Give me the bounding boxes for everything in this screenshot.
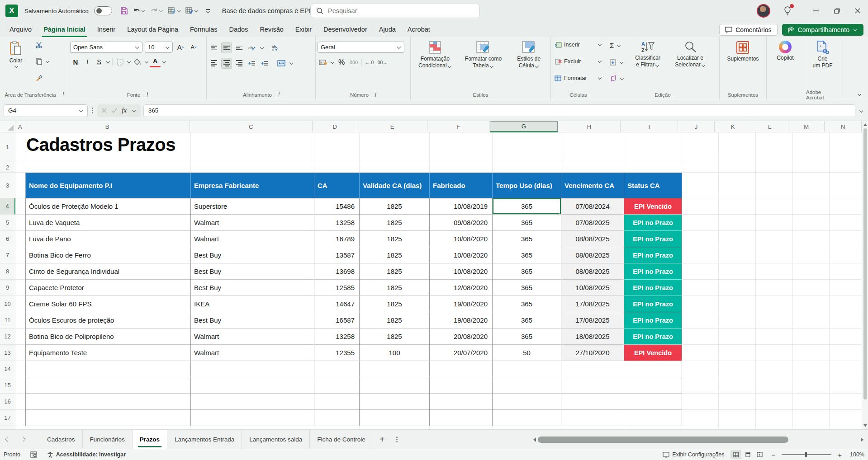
percent-style-icon[interactable]: % [336,57,347,68]
namebox-resize-handle[interactable] [90,108,95,113]
grid-cell[interactable]: 1825 [360,280,430,296]
column-header-B[interactable]: B [25,121,190,132]
grid-cell[interactable]: Luva de Vaqueta [25,215,191,231]
paste-button[interactable]: Colar [2,39,30,69]
tab-desenvolvedor[interactable]: Desenvolvedor [318,23,373,37]
grid-cell[interactable] [624,410,682,426]
grid-cell[interactable]: Superstore [191,198,314,215]
save-icon[interactable] [119,5,129,17]
grid-cell[interactable] [191,377,314,394]
grid-cell[interactable] [624,426,682,429]
grid-cell[interactable]: 13258 [314,215,360,231]
grid-cell[interactable]: Walmart [191,345,314,361]
underline-button[interactable]: S [94,56,104,67]
column-header-G[interactable]: G [490,121,558,132]
grid-cell[interactable] [15,377,25,394]
sheet-tab-options-icon[interactable] [391,430,403,449]
grid-cell[interactable] [360,377,430,394]
grid-cell[interactable]: 17/08/2025 [561,296,624,312]
grid-cell[interactable] [15,394,25,410]
grid-cell[interactable] [719,329,756,345]
grid-cell[interactable] [314,410,360,426]
zoom-slider[interactable] [782,454,831,455]
table-header-cell[interactable]: Empresa Fabricante [191,173,314,198]
grid-cell[interactable]: Luva de Pano [25,231,191,247]
grid-cell[interactable] [719,410,756,426]
sheet-tab-lancamentos-saida[interactable]: Lançamentos saida [242,430,310,449]
row-header-5[interactable]: 5 [0,215,15,231]
grid-cell[interactable] [15,231,25,247]
borders-icon[interactable] [114,56,125,67]
grid-cell[interactable] [430,162,493,173]
grid-cell[interactable] [682,280,719,296]
grid-cell[interactable] [756,410,793,426]
grid-cell[interactable] [682,198,719,215]
grid-cell[interactable] [830,280,862,296]
grid-cell[interactable] [793,247,830,263]
row-header-12[interactable]: 12 [0,329,15,345]
grid-cell[interactable] [830,162,862,173]
column-header-N[interactable]: N [825,121,862,132]
qat-table-tool-2-icon[interactable] [184,5,200,16]
sheet-tab-prazos[interactable]: Prazos [133,430,167,449]
grid-cell[interactable]: 15486 [314,198,360,215]
align-right-icon[interactable] [234,58,245,69]
grid-cell[interactable]: 1825 [360,247,430,263]
row-header-8[interactable]: 8 [0,263,15,280]
grid-cell[interactable] [756,361,793,377]
grid-cell[interactable] [191,132,314,162]
grid-cell[interactable]: 10/08/2020 [430,231,493,247]
grid-cell[interactable] [719,215,756,231]
new-sheet-button[interactable]: + [373,430,391,449]
grid-cell[interactable] [15,426,25,429]
column-header-E[interactable]: E [357,121,427,132]
grid-cell[interactable] [830,426,862,429]
grid-cell[interactable]: Creme Solar 60 FPS [25,296,191,312]
scroll-left-icon[interactable] [533,437,536,442]
grid-cell[interactable] [830,329,862,345]
grid-cell[interactable] [624,361,682,377]
grid-cell[interactable] [493,394,561,410]
grid-cell[interactable] [830,231,862,247]
wrap-text-icon[interactable]: abc [270,42,281,53]
grid-cell[interactable] [719,377,756,394]
grid-cell[interactable] [191,162,314,173]
grid-cell[interactable] [25,377,191,394]
grid-cell[interactable] [719,361,756,377]
row-header-9[interactable]: 9 [0,280,15,296]
sheet-tab-cadastros[interactable]: Cadastros [40,430,83,449]
grid-cell[interactable] [756,426,793,429]
grid-cell[interactable]: 365 [493,312,561,329]
grid-cell[interactable] [493,377,561,394]
decrease-font-icon[interactable]: A˅ [188,42,199,53]
grid-cell[interactable]: 13587 [314,247,360,263]
grid-cell[interactable] [15,215,25,231]
grid-cell[interactable] [793,231,830,247]
grid-cell[interactable] [682,247,719,263]
grid-cell[interactable] [191,426,314,429]
grid-cell[interactable] [15,329,25,345]
grid-cell[interactable] [15,162,25,173]
status-badge[interactable]: EPI no Prazo [624,231,682,247]
grid-cell[interactable] [830,361,862,377]
grid-cell[interactable] [719,198,756,215]
accessibility-status[interactable]: Acessibilidade: investigar [47,451,126,458]
row-header-6[interactable]: 6 [0,231,15,247]
grid-cell[interactable] [682,410,719,426]
grid-cell[interactable]: Óculos de Proteção Modelo 1 [25,198,191,215]
grid-cell[interactable] [25,410,191,426]
collapse-ribbon-icon[interactable] [858,92,861,96]
grid-cell[interactable]: 365 [493,329,561,345]
status-badge[interactable]: EPI no Prazo [624,329,682,345]
cut-button[interactable] [33,41,52,49]
tab-ajuda[interactable]: Ajuda [373,23,402,37]
grid-cell[interactable]: Walmart [191,231,314,247]
grid-cell[interactable]: 20/07/2020 [430,345,493,361]
tab-revisao[interactable]: Revisão [254,23,289,37]
grid-cell[interactable]: 1825 [360,198,430,215]
grid-cell[interactable] [682,263,719,280]
grid-cell[interactable] [25,394,191,410]
grid-cell[interactable] [719,263,756,280]
grid-cell[interactable]: 12355 [314,345,360,361]
zoom-slider-thumb[interactable] [805,452,807,457]
